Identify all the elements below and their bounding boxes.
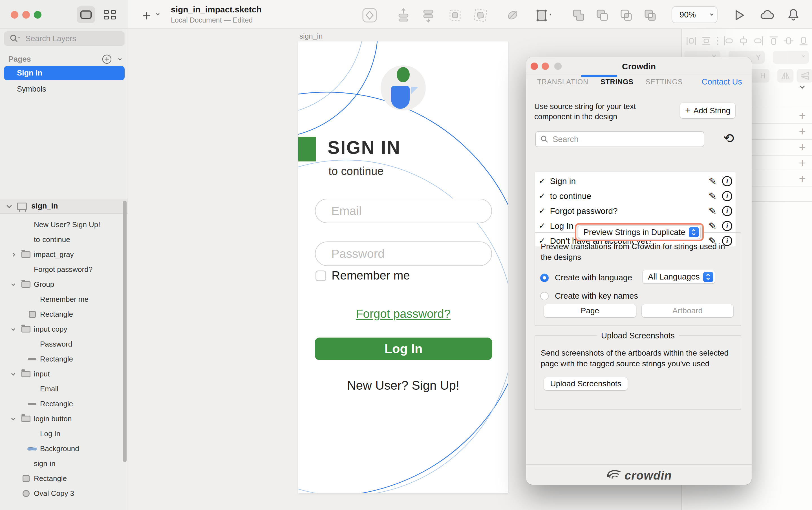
- align-top-icon[interactable]: [768, 35, 780, 47]
- distribute-vertical-icon[interactable]: [700, 35, 712, 47]
- strings-search-input[interactable]: Search: [535, 131, 704, 147]
- radio-unselected-icon[interactable]: [540, 292, 549, 300]
- minimize-window-button[interactable]: [22, 11, 30, 19]
- close-window-button[interactable]: [11, 11, 18, 19]
- distribute-vertically-icon[interactable]: [396, 7, 411, 23]
- upload-screenshots-button[interactable]: Upload Screenshots: [544, 377, 628, 390]
- layers-root-row[interactable]: sign_in: [0, 199, 128, 214]
- notifications-bell-button[interactable]: [785, 7, 801, 23]
- layer-chevron-icon[interactable]: [11, 327, 15, 331]
- sidebar-scrollbar[interactable]: [123, 201, 126, 462]
- layer-row[interactable]: sign-in: [0, 456, 123, 471]
- search-layers-input[interactable]: Search Layers: [4, 31, 125, 46]
- layer-row[interactable]: Log In: [0, 426, 123, 441]
- section-collapse-chevron-icon[interactable]: [800, 83, 805, 88]
- sidebar-page-symbols[interactable]: Symbols: [4, 82, 125, 96]
- add-style-icon[interactable]: +: [799, 156, 806, 170]
- tab-settings[interactable]: SETTINGS: [646, 78, 683, 86]
- layer-row[interactable]: Rectangle: [0, 352, 123, 367]
- zoom-level-control[interactable]: 90%: [672, 6, 718, 23]
- boolean-union-icon[interactable]: [571, 7, 586, 23]
- fullscreen-window-button[interactable]: [34, 11, 41, 19]
- radio-selected-icon[interactable]: [540, 274, 549, 282]
- create-with-key-names-option[interactable]: Create with key names: [540, 291, 638, 301]
- flip-vertical-button[interactable]: [797, 69, 812, 83]
- layer-row[interactable]: Rectangle: [0, 307, 123, 322]
- string-row[interactable]: ✓ Forgot password? ✎ i: [535, 204, 735, 218]
- layer-row[interactable]: Group: [0, 277, 123, 292]
- sidebar-page-sign-in[interactable]: Sign In: [4, 66, 125, 80]
- tab-translation[interactable]: TRANSLATION: [537, 78, 588, 86]
- insert-chevron-icon[interactable]: [156, 12, 160, 16]
- layer-row[interactable]: Remember me: [0, 292, 123, 307]
- layer-row[interactable]: Rectangle: [0, 396, 123, 411]
- layer-row[interactable]: input: [0, 367, 123, 382]
- boolean-intersect-icon[interactable]: [618, 7, 634, 23]
- forgot-password-link[interactable]: Forgot password?: [298, 307, 508, 321]
- rotation-field[interactable]: °: [773, 51, 809, 64]
- edit-pencil-icon[interactable]: ✎: [708, 176, 717, 187]
- distribute-horizontally-icon[interactable]: [420, 7, 436, 23]
- layer-row[interactable]: to-continue: [0, 232, 123, 247]
- align-right-icon[interactable]: [753, 35, 764, 47]
- align-middle-vertical-icon[interactable]: [783, 35, 794, 47]
- layer-row[interactable]: Oval Copy 3: [0, 486, 123, 501]
- create-with-language-option[interactable]: Create with language: [540, 273, 632, 282]
- edit-pencil-icon[interactable]: ✎: [708, 190, 717, 202]
- contact-us-link[interactable]: Contact Us: [702, 77, 742, 87]
- components-view-toggle[interactable]: [100, 6, 119, 23]
- layer-row[interactable]: Background: [0, 441, 123, 456]
- add-style-icon[interactable]: +: [799, 172, 806, 186]
- add-style-icon[interactable]: +: [799, 125, 806, 138]
- add-style-icon[interactable]: +: [799, 141, 806, 154]
- align-left-icon[interactable]: [723, 35, 734, 47]
- artboard-button[interactable]: Artboard: [642, 304, 733, 317]
- layer-row[interactable]: Password: [0, 337, 123, 352]
- add-page-icon[interactable]: [102, 54, 112, 64]
- group-icon[interactable]: [447, 7, 463, 23]
- add-style-icon[interactable]: +: [799, 109, 806, 123]
- layer-row[interactable]: Rectangle: [0, 471, 123, 486]
- insert-button[interactable]: +: [142, 7, 151, 24]
- boolean-subtract-icon[interactable]: [594, 7, 610, 23]
- layer-row[interactable]: impact_gray: [0, 247, 123, 262]
- pages-collapse-chevron-icon[interactable]: [118, 57, 121, 60]
- distribute-horizontal-icon[interactable]: [686, 35, 697, 47]
- resize-constraints-icon[interactable]: [535, 7, 551, 23]
- canvas-view-toggle[interactable]: [77, 6, 95, 23]
- ungroup-icon[interactable]: [472, 7, 488, 23]
- more-options-icon[interactable]: [716, 35, 720, 47]
- add-string-button[interactable]: + Add String: [680, 103, 735, 118]
- cloud-share-button[interactable]: [758, 7, 774, 23]
- layer-row[interactable]: New User? Sign Up!: [0, 217, 123, 232]
- layer-chevron-icon[interactable]: [11, 282, 15, 286]
- page-button[interactable]: Page: [544, 304, 636, 317]
- tab-strings[interactable]: STRINGS: [601, 78, 634, 86]
- layer-row[interactable]: Forgot password?: [0, 262, 123, 277]
- info-icon[interactable]: i: [722, 176, 732, 186]
- email-field[interactable]: Email: [315, 199, 492, 223]
- info-icon[interactable]: i: [722, 221, 732, 231]
- refresh-icon[interactable]: ⟳: [723, 131, 734, 146]
- info-icon[interactable]: i: [722, 206, 732, 216]
- flip-horizontal-button[interactable]: [777, 69, 793, 83]
- artboard-sign-in[interactable]: SIGN IN to continue Email Password Remem…: [298, 41, 508, 493]
- log-in-button[interactable]: Log In: [315, 337, 492, 360]
- remember-me-checkbox[interactable]: [316, 270, 326, 281]
- info-icon[interactable]: i: [722, 191, 732, 201]
- layer-row[interactable]: login button: [0, 411, 123, 426]
- string-row[interactable]: ✓ to continue ✎ i: [535, 188, 735, 204]
- preview-play-button[interactable]: [731, 7, 747, 23]
- align-center-horizontal-icon[interactable]: [737, 35, 749, 47]
- rotate-icon[interactable]: [505, 7, 520, 23]
- layer-chevron-icon[interactable]: [11, 371, 15, 375]
- preview-strings-dropdown[interactable]: Preview Strings in Duplicate: [578, 226, 700, 239]
- artboard-label[interactable]: sign_in: [299, 32, 323, 40]
- password-field[interactable]: Password: [315, 241, 492, 266]
- sign-up-text[interactable]: New User? Sign Up!: [298, 379, 508, 392]
- all-languages-dropdown[interactable]: All Languages: [643, 270, 715, 283]
- align-bottom-icon[interactable]: [798, 35, 809, 47]
- layer-row[interactable]: Email: [0, 382, 123, 396]
- layer-row[interactable]: input copy: [0, 322, 123, 337]
- edit-pencil-icon[interactable]: ✎: [708, 205, 717, 217]
